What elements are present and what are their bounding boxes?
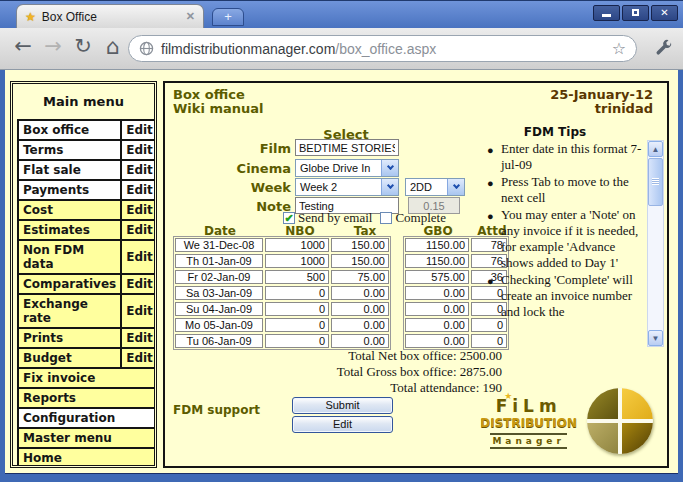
sidebar-item-flat-sale[interactable]: Flat sale (18, 160, 121, 180)
edit-link[interactable]: Edit (121, 240, 157, 274)
edit-link[interactable]: Edit (121, 294, 157, 328)
sidebar-item-payments[interactable]: Payments (18, 180, 121, 200)
new-tab-button[interactable]: + (212, 8, 244, 26)
chevron-down-icon[interactable] (447, 179, 464, 195)
maximize-button[interactable] (622, 5, 649, 21)
gbo-cell[interactable]: 0.00 (405, 334, 469, 348)
tax-cell[interactable]: 150.00 (331, 254, 389, 268)
main-menu-title: Main menu (17, 94, 150, 109)
nbo-cell[interactable]: 0 (265, 286, 329, 300)
box-office-link[interactable]: Box office (173, 87, 245, 102)
format-select[interactable]: 2DD (405, 178, 465, 196)
sidebar-item-reports[interactable]: Reports (18, 388, 157, 408)
sidebar-item-home[interactable]: Home (18, 448, 157, 468)
table-row: We 31-Dec-081000150.00 (175, 238, 389, 252)
chevron-down-icon[interactable] (381, 160, 398, 176)
sidebar-item-non-fdm-data[interactable]: Non FDM data (18, 240, 121, 274)
browser-titlebar: ★ Box Office ✕ + ✕ (0, 0, 683, 28)
sidebar-item-comparatives[interactable]: Comparatives (18, 274, 121, 294)
close-button[interactable]: ✕ (651, 5, 678, 21)
sidebar-item-budget[interactable]: Budget (18, 348, 121, 368)
browser-tab[interactable]: ★ Box Office ✕ (16, 4, 204, 28)
gbo-cell[interactable]: 575.00 (405, 270, 469, 284)
edit-link[interactable]: Edit (121, 220, 157, 240)
gbo-cell[interactable]: 1150.00 (405, 238, 469, 252)
page-body: Main menu Box officeEdit TermsEdit Flat … (5, 70, 678, 474)
gbo-cell[interactable]: 0.00 (405, 286, 469, 300)
fdm-tips-list: ●Enter date in this format 7-jul-09 ●Pre… (487, 141, 645, 347)
cinema-select[interactable]: Globe Drive In (295, 159, 399, 177)
film-input[interactable] (295, 139, 399, 156)
maximize-icon (632, 9, 639, 16)
scrollbar-thumb[interactable] (648, 158, 663, 206)
nbo-cell[interactable]: 500 (265, 270, 329, 284)
wiki-manual-link[interactable]: Wiki manual (173, 101, 263, 116)
edit-button[interactable]: Edit (292, 416, 393, 433)
edit-link[interactable]: Edit (121, 328, 157, 348)
sidebar-item-fix-invoice[interactable]: Fix invoice (18, 368, 157, 388)
date-cell: Mo 05-Jan-09 (175, 318, 263, 332)
nbo-cell[interactable]: 0 (265, 334, 329, 348)
tip-item: ●You may enter a 'Note' on any invoice i… (487, 207, 645, 271)
week-select[interactable]: Week 2 (295, 178, 399, 196)
send-by-email-checkbox[interactable]: ✔ (283, 212, 295, 224)
wrench-menu-icon[interactable] (655, 39, 673, 61)
sidebar-item-terms[interactable]: Terms (18, 140, 121, 160)
nbo-cell[interactable]: 1000 (265, 238, 329, 252)
tax-cell[interactable]: 0.00 (331, 318, 389, 332)
favicon-star-icon: ★ (25, 10, 36, 24)
chevron-down-icon[interactable] (381, 179, 398, 195)
scroll-up-icon[interactable]: ▲ (648, 141, 663, 157)
sidebar-item-configuration[interactable]: Configuration (18, 408, 157, 428)
edit-link[interactable]: Edit (121, 160, 157, 180)
submit-button[interactable]: Submit (292, 397, 393, 414)
tab-title: Box Office (42, 10, 180, 24)
nbo-cell[interactable]: 1000 (265, 254, 329, 268)
tab-close-icon[interactable]: ✕ (186, 10, 195, 23)
address-bar[interactable]: filmdistributionmanager.com/box_office.a… (128, 35, 637, 62)
forward-button[interactable]: → (40, 34, 66, 58)
sidebar-item-prints[interactable]: Prints (18, 328, 121, 348)
tip-item: ●Checking 'Complete' will create an invo… (487, 272, 645, 320)
total-net: Total Net box office: 2500.00 (348, 348, 502, 364)
nbo-cell[interactable]: 0 (265, 302, 329, 316)
total-gross: Total Gross box office: 2875.00 (337, 364, 502, 380)
edit-link[interactable]: Edit (121, 120, 157, 140)
fdm-support-link[interactable]: FDM support (173, 403, 260, 417)
logo-circle-icon (587, 388, 653, 454)
tax-cell[interactable]: 0.00 (331, 286, 389, 300)
reload-button[interactable]: ↻ (70, 34, 96, 58)
tax-cell[interactable]: 0.00 (331, 334, 389, 348)
tip-item: ●Enter date in this format 7-jul-09 (487, 141, 645, 173)
table-row: Tu 06-Jan-0900.00 (175, 334, 389, 348)
edit-link[interactable]: Edit (121, 348, 157, 368)
bullet-icon: ● (487, 207, 501, 271)
sidebar-item-estimates[interactable]: Estimates (18, 220, 121, 240)
tips-scrollbar[interactable]: ▲ ▼ (647, 140, 664, 347)
logo-distribution-text: DISTRIBUTION (480, 416, 577, 430)
home-button[interactable]: ⌂ (100, 34, 126, 59)
gbo-cell[interactable]: 1150.00 (405, 254, 469, 268)
edit-link[interactable]: Edit (121, 180, 157, 200)
complete-checkbox[interactable] (380, 212, 392, 224)
tax-cell[interactable]: 150.00 (331, 238, 389, 252)
main-menu: Main menu Box officeEdit TermsEdit Flat … (10, 81, 157, 468)
back-button[interactable]: ← (10, 34, 36, 58)
bookmark-star-icon[interactable]: ☆ (612, 39, 626, 58)
bullet-icon: ● (487, 141, 501, 173)
tax-cell[interactable]: 75.00 (331, 270, 389, 284)
gbo-cell[interactable]: 0.00 (405, 318, 469, 332)
nbo-cell[interactable]: 0 (265, 318, 329, 332)
edit-link[interactable]: Edit (121, 140, 157, 160)
minimize-button[interactable] (593, 5, 620, 21)
tax-cell[interactable]: 0.00 (331, 302, 389, 316)
scroll-down-icon[interactable]: ▼ (648, 330, 663, 346)
edit-link[interactable]: Edit (121, 274, 157, 294)
edit-link[interactable]: Edit (121, 200, 157, 220)
sidebar-item-exchange-rate[interactable]: Exchange rate (18, 294, 121, 328)
gbo-cell[interactable]: 0.00 (405, 302, 469, 316)
date-cell: Tu 06-Jan-09 (175, 334, 263, 348)
sidebar-item-cost[interactable]: Cost (18, 200, 121, 220)
sidebar-item-master-menu[interactable]: Master menu (18, 428, 157, 448)
sidebar-item-box-office[interactable]: Box office (18, 120, 121, 140)
